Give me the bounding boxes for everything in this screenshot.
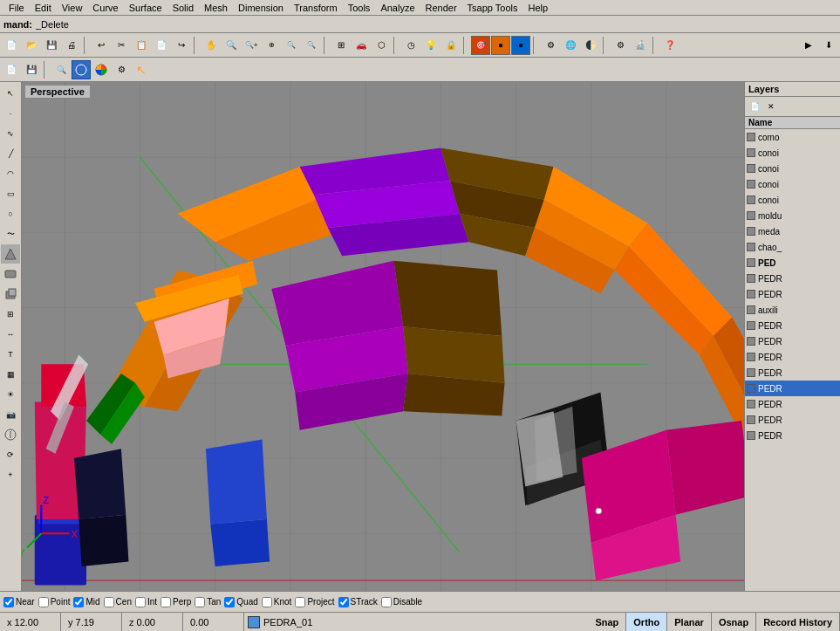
- tb-zoom-out[interactable]: 🔍: [302, 36, 321, 55]
- lt-transform2[interactable]: ⟳: [1, 445, 20, 464]
- tb-zoom-in[interactable]: 🔍: [222, 36, 241, 55]
- layer-item[interactable]: PEDR: [745, 381, 840, 396]
- layer-item[interactable]: conoi: [745, 161, 840, 176]
- layer-item[interactable]: PEDR: [745, 271, 840, 286]
- tb2-zoom2[interactable]: 🔍: [51, 60, 71, 79]
- menu-tsapp[interactable]: Tsapp Tools: [462, 3, 523, 13]
- lt-rect[interactable]: ▭: [1, 184, 20, 203]
- tb-settings[interactable]: ⚙: [541, 36, 560, 55]
- snap-point[interactable]: Point: [38, 597, 71, 607]
- lt-light2[interactable]: ☀: [1, 385, 20, 404]
- status-record[interactable]: Record History: [756, 613, 840, 632]
- snap-strack[interactable]: STrack: [338, 597, 378, 607]
- layer-item[interactable]: PED: [745, 255, 840, 271]
- tb2-arrow[interactable]: ↖: [132, 60, 151, 79]
- menu-analyze[interactable]: Analyze: [375, 3, 420, 13]
- layer-item[interactable]: PEDR: [745, 428, 840, 443]
- tb2-settings2[interactable]: ⚙: [112, 60, 131, 79]
- tb-print[interactable]: 🖨: [62, 36, 81, 55]
- tb-zoom-sel[interactable]: 🔍: [282, 36, 301, 55]
- lt-freeform[interactable]: 〜: [1, 224, 20, 243]
- tb-lock[interactable]: 🔒: [441, 36, 461, 55]
- tb-shade[interactable]: 🌓: [581, 36, 600, 55]
- lt-text[interactable]: T: [1, 345, 20, 364]
- snap-perp[interactable]: Perp: [160, 597, 191, 607]
- menu-mesh[interactable]: Mesh: [199, 3, 233, 13]
- layers-new[interactable]: 📄: [747, 99, 762, 114]
- menu-edit[interactable]: Edit: [30, 3, 57, 13]
- tb-redo[interactable]: ↪: [172, 36, 191, 55]
- layer-item[interactable]: PEDR: [745, 412, 840, 428]
- layer-item[interactable]: PEDR: [745, 349, 840, 365]
- tb-cut[interactable]: ✂: [112, 36, 131, 55]
- lt-mesh[interactable]: ⊞: [1, 305, 20, 324]
- tb-zoom-ext[interactable]: ⊕: [262, 36, 281, 55]
- layer-item[interactable]: meda: [745, 223, 840, 239]
- tb-grid[interactable]: ⊞: [331, 36, 351, 55]
- lt-hatch[interactable]: ▦: [1, 365, 20, 384]
- tb-tools2[interactable]: ⚙: [611, 36, 630, 55]
- layer-item[interactable]: PEDR: [745, 333, 840, 349]
- layer-item[interactable]: chao_: [745, 239, 840, 255]
- lt-analyze[interactable]: [1, 425, 20, 444]
- layer-item[interactable]: PEDR: [745, 365, 840, 381]
- layer-item[interactable]: PEDR: [745, 396, 840, 412]
- snap-knot[interactable]: Knot: [262, 597, 292, 607]
- lt-cam[interactable]: 📷: [1, 405, 20, 424]
- tb-hex[interactable]: ⬡: [372, 36, 391, 55]
- tb-zoom-micro[interactable]: 🔬: [631, 36, 650, 55]
- snap-mid[interactable]: Mid: [73, 597, 99, 607]
- menu-view[interactable]: View: [57, 3, 88, 13]
- tb-color3[interactable]: ●: [511, 36, 530, 55]
- tb-extra2[interactable]: ⬇: [819, 36, 838, 55]
- snap-cen[interactable]: Cen: [104, 597, 132, 607]
- snap-near[interactable]: Near: [3, 597, 35, 607]
- menu-transform[interactable]: Transform: [289, 3, 343, 13]
- status-planar[interactable]: Planar: [667, 613, 712, 632]
- status-osnap[interactable]: Osnap: [712, 613, 756, 632]
- lt-select[interactable]: ↖: [1, 84, 20, 103]
- command-input[interactable]: [36, 19, 837, 30]
- tb-open[interactable]: 📂: [22, 36, 41, 55]
- layer-item[interactable]: conoi: [745, 145, 840, 161]
- tb-color1[interactable]: 🎯: [471, 36, 490, 55]
- snap-int[interactable]: Int: [135, 597, 157, 607]
- lt-circle[interactable]: ○: [1, 204, 20, 223]
- viewport[interactable]: Perspective: [22, 82, 744, 591]
- tb-extra1[interactable]: ▶: [799, 36, 818, 55]
- menu-curve[interactable]: Curve: [87, 3, 123, 13]
- tb-new[interactable]: 📄: [2, 36, 21, 55]
- lt-arc[interactable]: ◠: [1, 164, 20, 183]
- lt-extra[interactable]: +: [1, 465, 20, 484]
- tb2-hex2[interactable]: [72, 60, 91, 79]
- tb-color2[interactable]: ●: [491, 36, 510, 55]
- tb-undo[interactable]: ↩: [92, 36, 111, 55]
- lt-point[interactable]: ·: [1, 104, 20, 123]
- status-snap[interactable]: Snap: [588, 613, 626, 632]
- menu-dimension[interactable]: Dimension: [233, 3, 289, 13]
- lt-line[interactable]: ╱: [1, 144, 20, 163]
- snap-project[interactable]: Project: [295, 597, 334, 607]
- tb-paste[interactable]: 📄: [152, 36, 171, 55]
- snap-tan[interactable]: Tan: [195, 597, 221, 607]
- snap-disable[interactable]: Disable: [381, 597, 422, 607]
- tb2-new[interactable]: 📄: [2, 60, 21, 79]
- layer-item[interactable]: auxili: [745, 302, 840, 318]
- lt-surface2[interactable]: [1, 264, 20, 284]
- menu-solid[interactable]: Solid: [167, 3, 199, 13]
- menu-file[interactable]: File: [3, 3, 30, 13]
- tb-save[interactable]: 💾: [42, 36, 61, 55]
- menu-tools[interactable]: Tools: [343, 3, 376, 13]
- layer-item[interactable]: conoi: [745, 176, 840, 192]
- tb-globe[interactable]: 🌐: [561, 36, 580, 55]
- menu-surface[interactable]: Surface: [124, 3, 167, 13]
- menu-help[interactable]: Help: [522, 3, 553, 13]
- tb2-save[interactable]: 💾: [22, 60, 41, 79]
- status-ortho[interactable]: Ortho: [626, 613, 667, 632]
- lt-solid[interactable]: [1, 285, 20, 304]
- layer-item[interactable]: como: [745, 129, 840, 145]
- tb-pan[interactable]: ✋: [201, 36, 221, 55]
- tb-light[interactable]: 💡: [421, 36, 440, 55]
- layer-item[interactable]: PEDR: [745, 318, 840, 333]
- layer-item[interactable]: PEDR: [745, 286, 840, 302]
